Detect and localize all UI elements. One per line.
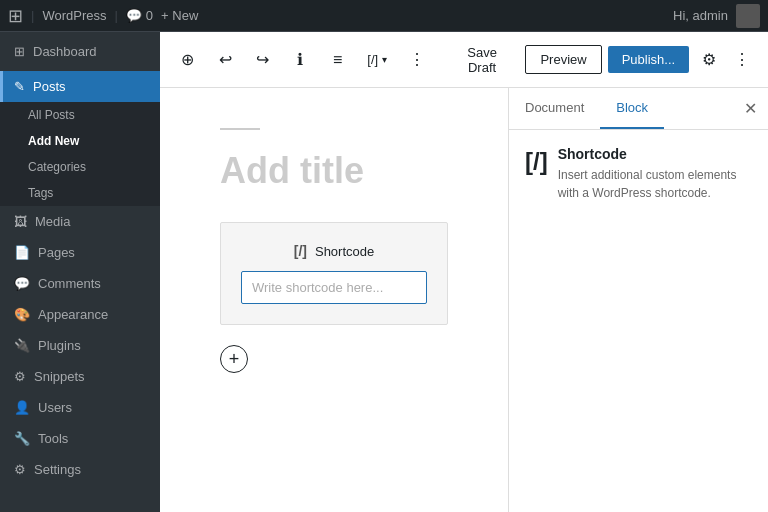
right-panel: Document Block ✕ [/] Shortcode Insert a xyxy=(508,88,768,512)
pages-label: Pages xyxy=(38,245,75,260)
editor-canvas: Add title [/] Shortcode + xyxy=(160,88,508,512)
site-name[interactable]: WordPress xyxy=(42,8,106,23)
editor-toolbar: ⊕ ↩ ↪ ℹ ≡ [/] ▾ ⋮ xyxy=(160,32,768,88)
editor-divider xyxy=(220,128,260,130)
sidebar-item-users[interactable]: 👤 Users xyxy=(0,392,160,423)
snippets-label: Snippets xyxy=(34,369,85,384)
posts-icon: ✎ xyxy=(14,79,25,94)
settings-gear-icon: ⚙ xyxy=(702,50,716,69)
shortcode-block-icon: [/] xyxy=(294,243,307,259)
add-block-plus-icon: + xyxy=(229,349,240,370)
settings-sidebar-icon: ⚙ xyxy=(14,462,26,477)
block-type-selector[interactable]: [/] ▾ xyxy=(359,48,395,71)
comments-link[interactable]: 💬 0 xyxy=(126,8,153,23)
editor-title[interactable]: Add title xyxy=(220,150,448,192)
panel-block-desc: Insert additional custom elements with a… xyxy=(558,166,752,202)
panel-block-title: Shortcode xyxy=(558,146,752,162)
more-options-icon: ⋮ xyxy=(409,50,425,69)
posts-submenu: All Posts Add New Categories Tags xyxy=(0,102,160,206)
admin-bar-separator2: | xyxy=(114,8,117,23)
block-type-icon: [/] xyxy=(367,52,378,67)
publish-button[interactable]: Publish... xyxy=(608,46,689,73)
tools-label: Tools xyxy=(38,431,68,446)
redo-button[interactable]: ↪ xyxy=(247,42,278,78)
sidebar-item-comments[interactable]: 💬 Comments xyxy=(0,268,160,299)
comment-icon: 💬 xyxy=(126,8,142,23)
shortcode-block-label: Shortcode xyxy=(315,244,374,259)
dashboard-icon: ⊞ xyxy=(14,44,25,59)
undo-icon: ↩ xyxy=(219,50,232,69)
pages-icon: 📄 xyxy=(14,245,30,260)
admin-bar: ⊞ | WordPress | 💬 0 + New Hi, admin xyxy=(0,0,768,32)
panel-content: [/] Shortcode Insert additional custom e… xyxy=(509,130,768,230)
toolbar-right: Save Draft Preview Publish... ⚙ ⋮ xyxy=(445,39,756,81)
save-draft-button[interactable]: Save Draft xyxy=(445,39,520,81)
sidebar-item-media[interactable]: 🖼 Media xyxy=(0,206,160,237)
undo-button[interactable]: ↩ xyxy=(209,42,240,78)
snippets-icon: ⚙ xyxy=(14,369,26,384)
more-options-toolbar-button[interactable]: ⋮ xyxy=(401,42,432,78)
sidebar-item-pages[interactable]: 📄 Pages xyxy=(0,237,160,268)
new-link[interactable]: + New xyxy=(161,8,198,23)
info-button[interactable]: ℹ xyxy=(284,42,315,78)
sidebar-subitem-categories[interactable]: Categories xyxy=(0,154,160,180)
list-view-icon: ≡ xyxy=(333,51,342,69)
appearance-label: Appearance xyxy=(38,307,108,322)
sidebar-subitem-add-new[interactable]: Add New xyxy=(0,128,160,154)
shortcode-block-header: [/] Shortcode xyxy=(241,243,427,259)
appearance-icon: 🎨 xyxy=(14,307,30,322)
sidebar-item-appearance[interactable]: 🎨 Appearance xyxy=(0,299,160,330)
settings-toggle-button[interactable]: ⚙ xyxy=(695,42,722,78)
shortcode-input[interactable] xyxy=(241,271,427,304)
redo-icon: ↪ xyxy=(256,50,269,69)
more-menu-icon: ⋮ xyxy=(734,50,750,69)
media-label: Media xyxy=(35,214,70,229)
more-menu-button[interactable]: ⋮ xyxy=(729,42,756,78)
users-icon: 👤 xyxy=(14,400,30,415)
avatar[interactable] xyxy=(736,4,760,28)
main-layout: ⊞ Dashboard ✎ Posts All Posts Add New Ca… xyxy=(0,32,768,512)
panel-close-button[interactable]: ✕ xyxy=(732,91,768,127)
sidebar-item-settings[interactable]: ⚙ Settings xyxy=(0,454,160,485)
media-icon: 🖼 xyxy=(14,214,27,229)
add-block-icon: ⊕ xyxy=(181,50,194,69)
admin-bar-separator: | xyxy=(31,8,34,23)
comments-sidebar-icon: 💬 xyxy=(14,276,30,291)
panel-block-details: Shortcode Insert additional custom eleme… xyxy=(558,146,752,202)
block-type-arrow: ▾ xyxy=(382,54,387,65)
preview-button[interactable]: Preview xyxy=(525,45,601,74)
panel-block-icon: [/] xyxy=(525,148,548,176)
plugins-icon: 🔌 xyxy=(14,338,30,353)
tools-icon: 🔧 xyxy=(14,431,30,446)
admin-bar-right: Hi, admin xyxy=(673,4,760,28)
editor-content: Add title [/] Shortcode + xyxy=(160,88,768,512)
panel-header: Document Block ✕ xyxy=(509,88,768,130)
sidebar-subitem-tags[interactable]: Tags xyxy=(0,180,160,206)
sidebar: ⊞ Dashboard ✎ Posts All Posts Add New Ca… xyxy=(0,32,160,512)
greeting-text: Hi, admin xyxy=(673,8,728,23)
shortcode-block[interactable]: [/] Shortcode xyxy=(220,222,448,325)
sidebar-item-dashboard[interactable]: ⊞ Dashboard xyxy=(0,32,160,71)
close-icon: ✕ xyxy=(744,99,757,118)
wp-logo-icon[interactable]: ⊞ xyxy=(8,5,23,27)
settings-label: Settings xyxy=(34,462,81,477)
plugins-label: Plugins xyxy=(38,338,81,353)
list-view-button[interactable]: ≡ xyxy=(322,42,353,78)
editor-area: ⊕ ↩ ↪ ℹ ≡ [/] ▾ ⋮ xyxy=(160,32,768,512)
posts-label: Posts xyxy=(33,79,66,94)
sidebar-item-tools[interactable]: 🔧 Tools xyxy=(0,423,160,454)
info-icon: ℹ xyxy=(297,50,303,69)
tab-block[interactable]: Block xyxy=(600,88,664,129)
comments-label: Comments xyxy=(38,276,101,291)
sidebar-subitem-all-posts[interactable]: All Posts xyxy=(0,102,160,128)
sidebar-item-posts[interactable]: ✎ Posts xyxy=(0,71,160,102)
sidebar-item-plugins[interactable]: 🔌 Plugins xyxy=(0,330,160,361)
block-info: [/] Shortcode Insert additional custom e… xyxy=(525,146,752,202)
new-label: + New xyxy=(161,8,198,23)
dashboard-label: Dashboard xyxy=(33,44,97,59)
users-label: Users xyxy=(38,400,72,415)
add-block-button[interactable]: + xyxy=(220,345,248,373)
add-block-toolbar-button[interactable]: ⊕ xyxy=(172,42,203,78)
tab-document[interactable]: Document xyxy=(509,88,600,129)
sidebar-item-snippets[interactable]: ⚙ Snippets xyxy=(0,361,160,392)
